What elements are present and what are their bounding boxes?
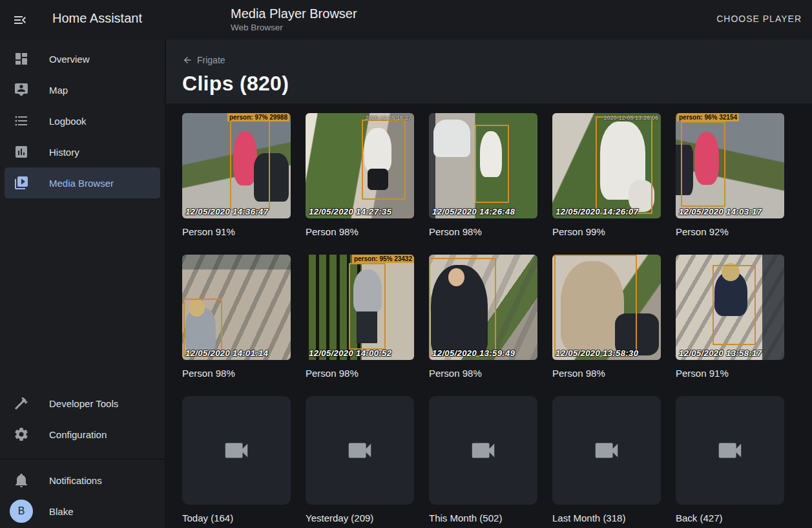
menu-open-icon[interactable] bbox=[12, 12, 28, 28]
clip-caption: Person 98% bbox=[306, 226, 414, 238]
timestamp-overlay: 12/05/2020 14:00:52 bbox=[309, 348, 391, 358]
media-grid-scroll-area[interactable]: person: 97% 29988 12/05/2020 14:36:47 Pe… bbox=[166, 103, 812, 528]
sidebar-item-history[interactable]: History bbox=[5, 136, 160, 167]
folder-thumbnail bbox=[429, 396, 537, 505]
sidebar: Overview Map Logbook History Media Brows… bbox=[0, 39, 165, 528]
sidebar-item-notifications[interactable]: Notifications bbox=[5, 465, 160, 496]
bounding-box bbox=[475, 125, 510, 203]
clip-thumbnail: 12/05/2020 13:59:49 bbox=[429, 255, 537, 360]
sidebar-item-label: Logbook bbox=[49, 116, 87, 127]
folder-card-last-month[interactable]: Last Month (318) bbox=[552, 396, 661, 525]
sidebar-item-developer-tools[interactable]: Developer Tools bbox=[5, 388, 160, 419]
menu-open-icon bbox=[12, 12, 28, 28]
osd-camera-timestamp: 2020-12-05 13:26:06 bbox=[603, 114, 658, 121]
clip-thumbnail: 12/05/2020 14:01:14 bbox=[182, 255, 291, 360]
sidebar-item-label: Blake bbox=[49, 506, 74, 517]
timestamp-overlay: 12/05/2020 14:01:14 bbox=[185, 348, 268, 358]
bounding-box bbox=[362, 120, 405, 200]
avatar: B bbox=[10, 500, 33, 523]
video-icon bbox=[592, 436, 621, 465]
clip-card[interactable]: 2020-12-05 16:27 12/05/2020 14:27:35 Per… bbox=[306, 113, 414, 238]
folder-thumbnail bbox=[552, 396, 661, 505]
breadcrumb[interactable]: Frigate bbox=[182, 55, 225, 65]
bounding-box bbox=[713, 265, 756, 345]
gear-icon bbox=[14, 427, 29, 442]
choose-player-button[interactable]: CHOOSE PLAYER bbox=[713, 12, 806, 25]
clip-caption: Person 91% bbox=[676, 367, 784, 380]
timestamp-overlay: 12/05/2020 14:26:48 bbox=[432, 207, 515, 216]
clip-card[interactable]: person: 97% 29988 12/05/2020 14:36:47 Pe… bbox=[182, 113, 291, 238]
page-heading: Clips (820) bbox=[182, 72, 812, 96]
app-title: Home Assistant bbox=[52, 11, 142, 26]
sidebar-item-label: Media Browser bbox=[49, 178, 114, 189]
clip-thumbnail: 2020-12-05 13:26:06 12/05/2020 14:26:07 bbox=[552, 113, 661, 218]
sidebar-item-map[interactable]: Map bbox=[5, 74, 160, 105]
clip-card[interactable]: 12/05/2020 14:01:14 Person 98% bbox=[182, 255, 291, 380]
page-title-block: Media Player Browser Web Browser bbox=[231, 6, 357, 34]
folder-thumbnail bbox=[182, 396, 291, 505]
folder-card-today[interactable]: Today (164) bbox=[182, 396, 291, 525]
sidebar-item-media-browser[interactable]: Media Browser bbox=[5, 167, 160, 198]
video-icon bbox=[715, 436, 745, 465]
sidebar-item-user[interactable]: B Blake bbox=[5, 496, 160, 527]
content-header: Frigate Clips (820) bbox=[166, 39, 812, 103]
clip-caption: Person 98% bbox=[429, 367, 537, 380]
sidebar-bottom-group: Notifications B Blake bbox=[0, 465, 165, 528]
bounding-box bbox=[596, 116, 652, 215]
timestamp-overlay: 12/05/2020 14:36:47 bbox=[185, 207, 268, 216]
tooltip-account-icon bbox=[14, 82, 29, 98]
bounding-box bbox=[230, 120, 270, 210]
sidebar-item-label: Configuration bbox=[49, 429, 107, 440]
timestamp-overlay: 12/05/2020 13:58:30 bbox=[556, 348, 638, 358]
clip-caption: Person 99% bbox=[552, 226, 661, 238]
clip-card[interactable]: 2020-12-05 13:26:06 12/05/2020 14:26:07 … bbox=[552, 113, 661, 238]
folder-thumbnail bbox=[306, 396, 414, 505]
clip-thumbnail: person: 96% 32154 12/05/2020 14:03:17 bbox=[676, 113, 784, 218]
folder-caption: Yesterday (209) bbox=[306, 512, 414, 525]
media-browser-content: Frigate Clips (820) person: 97% 29988 12… bbox=[166, 39, 812, 528]
bounding-box bbox=[429, 258, 496, 357]
clip-thumbnail: person: 95% 23432 12/05/2020 14:00:52 bbox=[306, 255, 414, 360]
sidebar-item-logbook[interactable]: Logbook bbox=[5, 105, 160, 136]
folder-caption: Last Month (318) bbox=[552, 512, 661, 525]
clip-card[interactable]: 12/05/2020 13:58:17 Person 91% bbox=[676, 255, 784, 380]
bell-icon bbox=[14, 472, 29, 488]
clip-card[interactable]: person: 95% 23432 12/05/2020 14:00:52 Pe… bbox=[306, 255, 414, 380]
media-grid: person: 97% 29988 12/05/2020 14:36:47 Pe… bbox=[166, 103, 812, 525]
page-title: Media Player Browser bbox=[231, 6, 357, 21]
clip-card[interactable]: person: 96% 32154 12/05/2020 14:03:17 Pe… bbox=[676, 113, 784, 238]
video-icon bbox=[468, 436, 498, 465]
clip-caption: Person 91% bbox=[182, 226, 291, 238]
clip-card[interactable]: 12/05/2020 13:58:30 Person 98% bbox=[552, 255, 661, 380]
sidebar-item-label: History bbox=[49, 147, 79, 158]
car-figure bbox=[433, 120, 470, 158]
sidebar-item-label: Map bbox=[49, 85, 68, 96]
clip-thumbnail: 12/05/2020 13:58:17 bbox=[676, 255, 784, 360]
clip-caption: Person 98% bbox=[306, 367, 414, 380]
sidebar-item-overview[interactable]: Overview bbox=[5, 43, 160, 74]
sidebar-item-configuration[interactable]: Configuration bbox=[5, 419, 160, 450]
clip-thumbnail: person: 97% 29988 12/05/2020 14:36:47 bbox=[182, 113, 291, 218]
sidebar-item-label: Overview bbox=[49, 54, 90, 65]
page-subtitle: Web Browser bbox=[231, 22, 357, 34]
clip-caption: Person 98% bbox=[552, 367, 661, 380]
arrow-left-icon bbox=[182, 55, 193, 65]
chart-box-icon bbox=[14, 144, 29, 160]
folder-caption: This Month (502) bbox=[429, 512, 537, 525]
sidebar-item-label: Developer Tools bbox=[49, 398, 118, 409]
timestamp-overlay: 12/05/2020 14:26:07 bbox=[556, 207, 638, 216]
view-dashboard-icon bbox=[14, 51, 29, 67]
clip-caption: Person 98% bbox=[182, 367, 291, 380]
clip-card[interactable]: 12/05/2020 14:26:48 Person 98% bbox=[429, 113, 537, 238]
timestamp-overlay: 12/05/2020 14:03:17 bbox=[679, 207, 762, 216]
clip-card[interactable]: 12/05/2020 13:59:49 Person 98% bbox=[429, 255, 537, 380]
folder-card-this-month[interactable]: This Month (502) bbox=[429, 396, 537, 525]
folder-card-back[interactable]: Back (427) bbox=[676, 396, 784, 525]
detection-label: person: 97% 29988 bbox=[227, 113, 289, 121]
osd-camera-timestamp: 2020-12-05 16:27 bbox=[365, 114, 411, 121]
folder-card-yesterday[interactable]: Yesterday (209) bbox=[306, 396, 414, 525]
breadcrumb-label: Frigate bbox=[197, 55, 225, 65]
sidebar-divider bbox=[0, 459, 165, 459]
folder-caption: Back (427) bbox=[676, 512, 784, 525]
bounding-box bbox=[349, 263, 386, 350]
